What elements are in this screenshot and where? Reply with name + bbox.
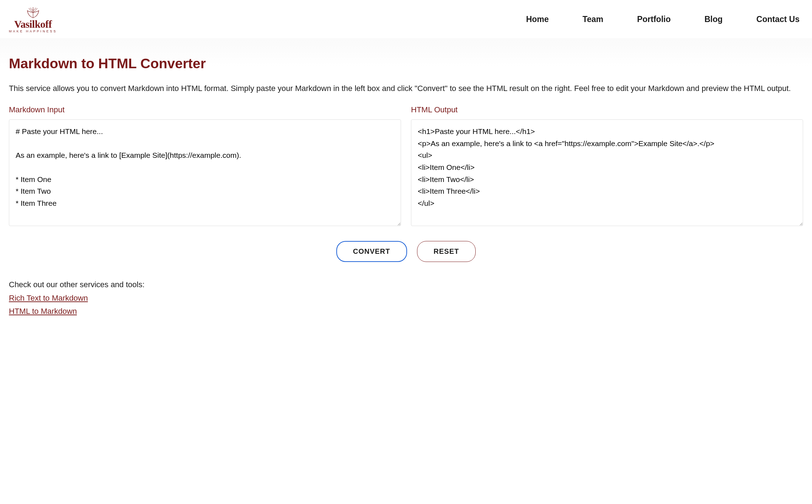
link-html-to-markdown[interactable]: HTML to Markdown bbox=[9, 305, 803, 318]
page-description: This service allows you to convert Markd… bbox=[9, 82, 803, 95]
html-output[interactable] bbox=[411, 119, 803, 226]
leaf-icon bbox=[25, 5, 42, 20]
reset-button[interactable]: RESET bbox=[417, 241, 476, 262]
action-buttons: CONVERT RESET bbox=[9, 241, 803, 262]
related-intro: Check out our other services and tools: bbox=[9, 278, 803, 291]
related-links: Check out our other services and tools: … bbox=[9, 278, 803, 318]
link-rich-text-to-markdown[interactable]: Rich Text to Markdown bbox=[9, 291, 803, 305]
site-header: Vasilkoff MAKE HAPPINESS Home Team Portf… bbox=[0, 0, 812, 39]
output-panel: HTML Output bbox=[411, 105, 803, 227]
nav-portfolio[interactable]: Portfolio bbox=[637, 15, 671, 24]
convert-button[interactable]: CONVERT bbox=[336, 241, 407, 262]
nav-contact[interactable]: Contact Us bbox=[757, 15, 800, 24]
page-body: Markdown to HTML Converter This service … bbox=[0, 39, 812, 328]
nav-team[interactable]: Team bbox=[583, 15, 603, 24]
main-nav: Home Team Portfolio Blog Contact Us bbox=[526, 15, 803, 24]
brand-name: Vasilkoff bbox=[14, 18, 52, 30]
brand-logo[interactable]: Vasilkoff MAKE HAPPINESS bbox=[9, 5, 57, 33]
output-label: HTML Output bbox=[411, 105, 803, 114]
brand-tagline: MAKE HAPPINESS bbox=[9, 30, 57, 33]
nav-blog[interactable]: Blog bbox=[704, 15, 722, 24]
nav-home[interactable]: Home bbox=[526, 15, 549, 24]
input-panel: Markdown Input bbox=[9, 105, 401, 227]
main-content: Markdown to HTML Converter This service … bbox=[0, 39, 812, 328]
markdown-input[interactable] bbox=[9, 119, 401, 226]
converter-grid: Markdown Input HTML Output bbox=[9, 105, 803, 227]
input-label: Markdown Input bbox=[9, 105, 401, 114]
page-title: Markdown to HTML Converter bbox=[9, 56, 803, 71]
